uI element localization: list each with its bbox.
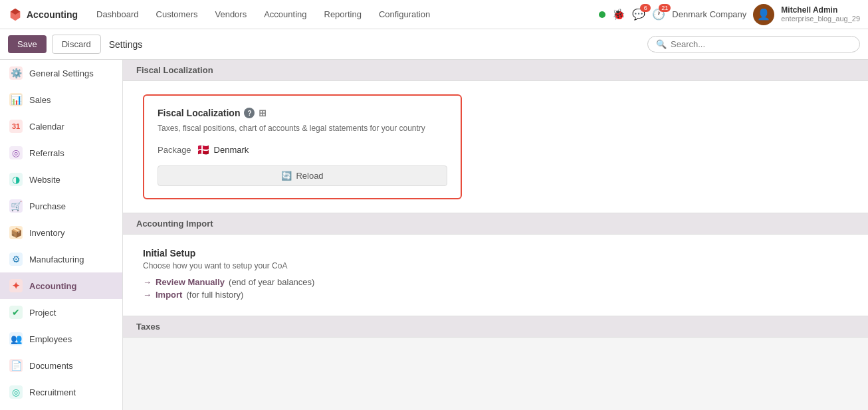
reload-icon: 🔄: [281, 171, 292, 181]
app-logo[interactable]: Accounting: [8, 7, 78, 22]
sidebar-label-manufacturing: Manufacturing: [29, 255, 84, 264]
project-icon: ✔: [9, 306, 23, 319]
sidebar-item-general-settings[interactable]: ⚙️ General Settings: [0, 60, 122, 86]
grid-icon[interactable]: ⊞: [259, 108, 267, 118]
sidebar-label-referrals: Referrals: [29, 148, 64, 158]
employees-icon: 👥: [9, 332, 23, 346]
general-settings-icon: ⚙️: [9, 66, 23, 80]
app-name: Accounting: [27, 9, 78, 20]
sidebar-label-calendar: Calendar: [29, 122, 64, 132]
fiscal-localization-body: Fiscal Localization ? ⊞ Taxes, fiscal po…: [123, 81, 868, 213]
page-title: Settings: [109, 39, 143, 50]
sidebar-item-inventory[interactable]: 📦 Inventory: [0, 219, 122, 246]
fl-card-title: Fiscal Localization ? ⊞: [158, 108, 447, 118]
accounting-icon: ✦: [9, 279, 23, 292]
initial-setup-description: Choose how you want to setup your CoA: [143, 261, 848, 270]
sidebar-item-sales[interactable]: 📊 Sales: [0, 86, 122, 113]
sidebar-label-project: Project: [29, 308, 56, 318]
sidebar-label-documents: Documents: [29, 361, 73, 371]
review-manually-suffix: (end of year balances): [229, 277, 314, 287]
sidebar-label-inventory: Inventory: [29, 228, 64, 238]
search-icon: 🔍: [656, 39, 667, 49]
sidebar-item-accounting[interactable]: ✦ Accounting: [0, 272, 122, 299]
sidebar-item-recruitment[interactable]: ◎ Recruitment: [0, 379, 122, 405]
sidebar-item-employees[interactable]: 👥 Employees: [0, 326, 122, 352]
accounting-import-body: Initial Setup Choose how you want to set…: [123, 235, 868, 316]
reload-button[interactable]: 🔄 Reload: [158, 165, 447, 186]
import-link[interactable]: Import: [156, 290, 182, 300]
sidebar-item-purchase[interactable]: 🛒 Purchase: [0, 193, 122, 219]
bug-icon[interactable]: 🐞: [612, 8, 625, 21]
user-name: Mitchell Admin: [781, 5, 860, 15]
user-subtitle: enterprise_blog_aug_29: [781, 15, 860, 23]
referrals-icon: ◎: [9, 146, 23, 159]
sidebar-item-referrals[interactable]: ◎ Referrals: [0, 140, 122, 166]
documents-icon: 📄: [9, 359, 23, 372]
nav-reporting[interactable]: Reporting: [316, 5, 370, 23]
user-info: Mitchell Admin enterprise_blog_aug_29: [781, 5, 860, 24]
topbar: Accounting Dashboard Customers Vendors A…: [0, 0, 868, 29]
search-input[interactable]: [671, 39, 851, 49]
link-import: → Import (for full history): [143, 290, 848, 300]
sidebar-label-website: Website: [29, 175, 60, 185]
arrow-icon-1: →: [143, 277, 152, 287]
fiscal-localization-card: Fiscal Localization ? ⊞ Taxes, fiscal po…: [143, 94, 462, 199]
fiscal-localization-title: Fiscal Localization: [136, 65, 213, 75]
main-layout: ⚙️ General Settings 📊 Sales 31 Calendar …: [0, 60, 868, 410]
content-area: Fiscal Localization Fiscal Localization …: [123, 60, 868, 410]
initial-setup-title: Initial Setup: [143, 248, 848, 258]
sidebar: ⚙️ General Settings 📊 Sales 31 Calendar …: [0, 60, 123, 410]
nav-configuration[interactable]: Configuration: [371, 5, 438, 23]
inventory-icon: 📦: [9, 226, 23, 239]
sidebar-label-recruitment: Recruitment: [29, 387, 76, 397]
nav-customers[interactable]: Customers: [148, 5, 206, 23]
sidebar-item-calendar[interactable]: 31 Calendar: [0, 113, 122, 140]
accounting-import-header: Accounting Import: [123, 213, 868, 235]
help-icon[interactable]: ?: [244, 108, 255, 118]
fl-card-description: Taxes, fiscal positions, chart of accoun…: [158, 122, 447, 134]
messages-icon[interactable]: 💬 6: [632, 8, 645, 21]
fiscal-localization-header: Fiscal Localization: [123, 60, 868, 81]
recruitment-icon: ◎: [9, 385, 23, 399]
sidebar-item-website[interactable]: ◑ Website: [0, 166, 122, 193]
sidebar-item-documents[interactable]: 📄 Documents: [0, 352, 122, 379]
fl-title-text: Fiscal Localization: [158, 108, 240, 118]
discard-button[interactable]: Discard: [52, 35, 101, 54]
save-button[interactable]: Save: [8, 35, 47, 53]
user-avatar[interactable]: 👤: [753, 4, 774, 25]
fl-package-value: 🇩🇰 Denmark: [197, 144, 249, 156]
main-nav: Dashboard Customers Vendors Accounting R…: [88, 5, 599, 23]
search-box[interactable]: 🔍: [647, 36, 860, 52]
activities-icon[interactable]: 🕐 21: [652, 8, 665, 21]
messages-badge: 6: [640, 4, 651, 12]
accounting-import-title: Accounting Import: [136, 219, 213, 229]
nav-accounting[interactable]: Accounting: [256, 5, 314, 23]
sales-icon: 📊: [9, 93, 23, 106]
website-icon: ◑: [9, 173, 23, 186]
link-review-manually: → Review Manually (end of year balances): [143, 277, 848, 287]
company-name: Denmark Company: [672, 9, 746, 19]
fl-package-row: Package 🇩🇰 Denmark: [158, 144, 447, 156]
calendar-icon: 31: [9, 120, 23, 133]
status-indicator: [599, 11, 605, 18]
taxes-header: Taxes: [123, 316, 868, 338]
nav-dashboard[interactable]: Dashboard: [88, 5, 147, 23]
fl-package-label: Package: [158, 145, 191, 155]
review-manually-link[interactable]: Review Manually: [156, 277, 225, 287]
import-suffix: (for full history): [186, 290, 243, 300]
sidebar-label-purchase: Purchase: [29, 201, 66, 211]
sidebar-item-project[interactable]: ✔ Project: [0, 299, 122, 326]
reload-label: Reload: [296, 171, 323, 181]
nav-vendors[interactable]: Vendors: [207, 5, 255, 23]
action-toolbar: Save Discard Settings 🔍: [0, 29, 868, 60]
sidebar-label-employees: Employees: [29, 334, 72, 344]
taxes-title: Taxes: [136, 322, 160, 332]
sidebar-label-accounting: Accounting: [29, 281, 77, 291]
sidebar-label-sales: Sales: [29, 95, 51, 105]
manufacturing-icon: ⚙: [9, 253, 23, 266]
purchase-icon: 🛒: [9, 199, 23, 213]
fl-country-name: Denmark: [214, 145, 249, 155]
sidebar-item-manufacturing[interactable]: ⚙ Manufacturing: [0, 246, 122, 272]
flag-icon: 🇩🇰: [197, 144, 210, 156]
arrow-icon-2: →: [143, 290, 152, 300]
